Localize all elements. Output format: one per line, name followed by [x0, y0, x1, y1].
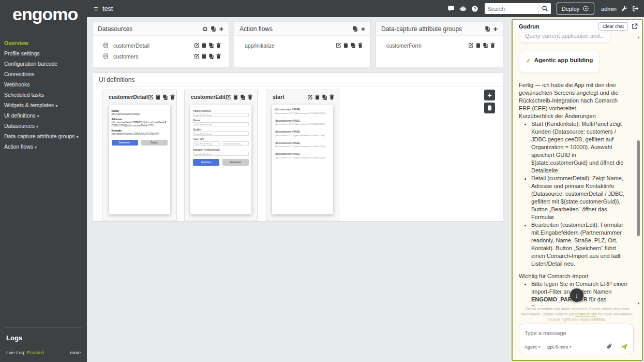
paste-icon[interactable] — [201, 42, 207, 48]
edit-icon[interactable] — [194, 42, 200, 48]
paste-icon[interactable] — [475, 42, 481, 48]
sidebar-item-ui-definitions[interactable]: UI definitions▾ — [0, 110, 87, 121]
copy-icon[interactable] — [322, 94, 327, 100]
edit-icon[interactable] — [226, 94, 231, 100]
copy-icon[interactable] — [208, 53, 214, 59]
delete-icon[interactable] — [490, 42, 496, 48]
search-button[interactable] — [538, 3, 551, 14]
action-flows-panel-title: Action flows — [239, 25, 273, 33]
model-dropdown[interactable]: gpt-5-mini▾ — [547, 344, 572, 350]
preview-list-item: {db:customers:NAME}{db:customers:CITY} {… — [275, 119, 331, 126]
ui-definition-card-start[interactable]: start {db:customers:NAME}{db:customers:C… — [266, 90, 339, 221]
edit-icon[interactable] — [148, 94, 154, 100]
chevron-down-icon: ▾ — [55, 104, 57, 108]
ui-definitions-panel: UI definitions customerDetail Name: {db:… — [92, 73, 503, 222]
open-in-new-window-icon[interactable] — [632, 23, 638, 30]
ai-disclaimer: This AI assistant can make mistakes. Ple… — [520, 307, 634, 322]
scrollbar-up-arrow[interactable]: ▲ — [636, 36, 641, 39]
sidebar-item-datasources[interactable]: Datasources▾ — [0, 121, 87, 131]
logout-icon[interactable] — [632, 5, 639, 12]
message-input[interactable] — [525, 330, 628, 336]
chat-scrollbar: ▲ ▼ — [636, 36, 641, 305]
scrollbar-thumb[interactable] — [637, 140, 640, 236]
sidebar-item-webhooks[interactable]: Webhooks — [0, 79, 87, 90]
action-flows-panel: Action flows + app/initialize — [234, 22, 371, 67]
copy-icon[interactable] — [208, 42, 214, 48]
sidebar-item-data-capture-attribute-groups[interactable]: Data-capture attribute groups▾ — [0, 131, 87, 141]
preview-secondary-button: Zurück — [141, 140, 168, 146]
edit-icon[interactable] — [468, 42, 474, 48]
add-ui-definition-button[interactable]: + — [484, 90, 495, 100]
ui-definition-card-customerEdit[interactable]: customerEdit Partnernummer: Input-Field:… — [184, 90, 258, 221]
terms-of-use-link[interactable]: terms of use — [575, 312, 596, 316]
agent-dropdown[interactable]: Agent▾ — [525, 344, 540, 350]
sidebar-item-action-flows[interactable]: Action flows▾ — [0, 141, 87, 152]
paste-icon[interactable] — [233, 94, 238, 100]
sidebar-item-widgets-templates[interactable]: Widgets & templates▾ — [0, 100, 87, 110]
assistant-message: Fertig — ich habe die App mit den drei g… — [519, 81, 628, 306]
paste-icon[interactable] — [352, 26, 358, 32]
send-icon[interactable] — [620, 343, 628, 351]
scroll-to-bottom-button[interactable]: ↓ — [570, 288, 583, 302]
action-flow-row[interactable]: app/initialize — [234, 40, 370, 51]
robot-icon[interactable] — [459, 5, 467, 12]
sidebar-item-scheduled-tasks[interactable]: Scheduled tasks — [0, 90, 87, 100]
edit-icon[interactable] — [336, 42, 341, 48]
copy-icon[interactable] — [483, 42, 488, 48]
datasources-panel-title: Datasources — [98, 25, 132, 33]
attribute-group-row[interactable]: customerForm — [376, 40, 503, 51]
delete-icon[interactable] — [329, 94, 335, 100]
paste-icon[interactable] — [485, 26, 490, 32]
wrench-icon[interactable] — [621, 6, 627, 12]
clear-chat-button[interactable]: Clear chat — [598, 22, 628, 31]
search-input[interactable] — [485, 6, 538, 12]
chat-history-bubble[interactable]: Query current application and... — [519, 33, 610, 43]
edit-icon[interactable] — [194, 53, 200, 59]
search-icon — [542, 5, 548, 12]
delete-icon[interactable] — [216, 53, 221, 59]
sidebar-item-profile-settings[interactable]: Profile settings — [0, 48, 87, 59]
datasource-row[interactable]: customerDetail — [93, 40, 229, 51]
delete-icon[interactable] — [357, 42, 363, 48]
edit-icon[interactable] — [307, 94, 313, 100]
chat-status-bubble[interactable]: ✓ Agentic app building — [519, 51, 600, 73]
chat-bubble-icon[interactable] — [447, 5, 455, 12]
logs-title: Logs — [0, 327, 87, 350]
chat-messages: Query current application and... ✓ Agent… — [513, 33, 637, 306]
listen-icon[interactable]: Ω — [203, 26, 207, 32]
paste-icon[interactable] — [155, 94, 161, 100]
paste-icon[interactable] — [201, 53, 207, 59]
assistant-chat-panel: Gudrun Clear chat Query current applicat… — [512, 19, 643, 361]
add-action-flow-button[interactable]: + — [361, 25, 365, 33]
sidebar-item-configuration-barcode[interactable]: Configuration barcode — [0, 59, 87, 69]
attachment-icon[interactable] — [606, 343, 613, 350]
help-icon[interactable] — [471, 5, 478, 12]
delete-icon[interactable] — [216, 42, 221, 48]
paste-ui-definition-button[interactable] — [484, 103, 495, 113]
datasources-panel: Datasources Ω + customerDetail customers — [92, 22, 229, 67]
database-icon — [103, 42, 109, 48]
copy-icon[interactable] — [240, 94, 246, 100]
logs-more-link[interactable]: more — [70, 350, 81, 355]
preview-primary-button: Speichern — [193, 159, 219, 166]
delete-icon[interactable] — [170, 94, 175, 100]
scrollbar-down-arrow[interactable]: ▼ — [636, 302, 641, 305]
topbar: ≡ test Deploy admin — [87, 0, 644, 17]
deploy-button[interactable]: Deploy — [557, 3, 594, 15]
copy-icon[interactable] — [350, 42, 356, 48]
paste-icon[interactable] — [211, 26, 216, 32]
ui-definition-card-customerDetail[interactable]: customerDetail Name: {db:customerDetail:… — [102, 90, 177, 221]
paste-icon[interactable] — [314, 94, 320, 100]
username[interactable]: admin — [601, 6, 617, 12]
paste-icon[interactable] — [343, 42, 349, 48]
copy-icon[interactable] — [162, 94, 168, 100]
sidebar-item-connections[interactable]: Connections — [0, 69, 87, 79]
preview-primary-button: Bearbeiten — [112, 140, 138, 146]
sidebar-item-overview[interactable]: Overview — [0, 38, 87, 48]
delete-icon[interactable] — [247, 94, 253, 100]
hamburger-menu-icon[interactable]: ≡ — [94, 5, 98, 13]
add-datasource-button[interactable]: + — [219, 25, 223, 33]
datasource-row[interactable]: customers — [93, 51, 229, 62]
check-icon: ✓ — [526, 57, 531, 64]
add-attribute-group-button[interactable]: + — [493, 25, 498, 33]
